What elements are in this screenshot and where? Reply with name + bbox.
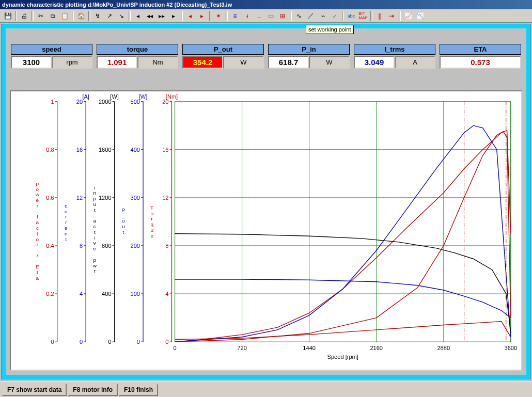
svg-text:/: /: [37, 253, 38, 259]
separator: [88, 11, 90, 21]
readout-value: 354.2: [182, 56, 223, 69]
window-title: dynamic characteristic plotting d:\MokPo…: [2, 2, 232, 8]
svg-text:f: f: [37, 214, 38, 220]
readout-header: torque: [97, 44, 178, 55]
svg-text:16: 16: [76, 147, 83, 153]
step-fwd-icon[interactable]: ▸: [196, 10, 208, 22]
copy-icon[interactable]: ⧉: [47, 10, 58, 22]
tool-a-icon[interactable]: ↯: [92, 10, 103, 22]
grid-icon[interactable]: ⊞: [277, 10, 288, 22]
svg-text:t: t: [37, 231, 38, 236]
status-bar: F7 show start data F8 motor info F10 fin…: [0, 382, 532, 397]
svg-text:20: 20: [76, 99, 83, 105]
curve4-icon[interactable]: ⟋: [329, 10, 340, 22]
readout-value: 0.573: [440, 56, 521, 69]
svg-text:[W]: [W]: [139, 93, 148, 100]
svg-text:400: 400: [131, 147, 140, 153]
step-back-icon[interactable]: ◂: [184, 10, 196, 22]
readout-unit: W: [223, 56, 264, 69]
cut-icon[interactable]: ✂: [35, 10, 46, 22]
frame-icon[interactable]: ▭: [265, 10, 276, 22]
svg-text:n: n: [65, 231, 68, 236]
curve1-icon[interactable]: ∿: [293, 10, 305, 22]
svg-text:20: 20: [162, 99, 168, 105]
separator: [72, 11, 74, 21]
svg-text:4: 4: [165, 291, 168, 297]
svg-text:t: t: [122, 229, 124, 235]
f8-button[interactable]: F8 motor info: [68, 384, 118, 396]
svg-text:0: 0: [137, 339, 140, 345]
next-icon[interactable]: ▸▸: [156, 10, 167, 22]
tool-c-icon[interactable]: ↘: [116, 10, 127, 22]
marker2-icon[interactable]: ⇥: [386, 10, 397, 22]
svg-text:c: c: [93, 224, 96, 229]
svg-text:E: E: [36, 264, 39, 270]
separator: [342, 11, 344, 21]
svg-text:t: t: [65, 236, 67, 242]
print-icon[interactable]: 🖨: [19, 10, 30, 22]
separator: [32, 11, 34, 21]
axis-x-icon[interactable]: ⟂: [253, 10, 264, 22]
axis-y-icon[interactable]: ⫞: [241, 10, 253, 22]
svg-text:12: 12: [162, 195, 168, 201]
svg-text:0: 0: [173, 345, 176, 351]
f10-button[interactable]: F10 finish: [119, 384, 158, 396]
svg-text:t: t: [94, 207, 96, 213]
separator: [290, 11, 292, 21]
separator: [15, 11, 17, 21]
readout-unit: rpm: [52, 56, 92, 69]
svg-text:_: _: [121, 213, 125, 218]
readout-itrms: I_trms3.049A: [354, 44, 435, 69]
tool-b-icon[interactable]: ↗: [104, 10, 115, 22]
readout-header: P_out: [182, 44, 264, 55]
marker1-icon[interactable]: ‖: [374, 10, 385, 22]
svg-text:i: i: [94, 185, 95, 190]
content-area: speed3100rpmtorque1.091NmP_out354.2WP_in…: [6, 28, 526, 375]
svg-text:p: p: [93, 257, 97, 263]
svg-text:w: w: [35, 192, 40, 197]
svg-text:u: u: [150, 227, 153, 233]
cursor-tool-icon[interactable]: ✶: [213, 10, 224, 22]
f7-button[interactable]: F7 show start data: [2, 384, 67, 396]
svg-text:e: e: [150, 233, 153, 239]
plot2-icon[interactable]: 📉: [414, 10, 426, 22]
svg-text:i: i: [94, 235, 95, 241]
readout-header: I_trms: [354, 44, 435, 55]
svg-text:8: 8: [80, 243, 83, 249]
svg-text:o: o: [122, 218, 125, 224]
svg-text:e: e: [65, 225, 68, 231]
svg-text:[A]: [A]: [82, 93, 89, 100]
chart: 07201440216028803600Speed [rpm]00.20.40.…: [11, 91, 521, 370]
svg-text:8: 8: [165, 243, 168, 249]
svg-text:[W]: [W]: [110, 93, 119, 100]
svg-text:720: 720: [237, 345, 246, 351]
svg-text:u: u: [93, 201, 97, 207]
svg-text:r: r: [37, 203, 39, 209]
home-icon[interactable]: 🏠: [75, 10, 87, 22]
first-icon[interactable]: ◂: [132, 10, 144, 22]
svg-text:r: r: [65, 219, 67, 225]
svg-text:1: 1: [51, 99, 54, 105]
align-left-icon[interactable]: ≡: [229, 10, 241, 22]
curve3-icon[interactable]: ⌁: [317, 10, 328, 22]
svg-text:0.6: 0.6: [46, 195, 54, 201]
svg-text:0: 0: [108, 339, 111, 345]
separator: [399, 11, 401, 21]
save-icon[interactable]: 💾: [2, 10, 13, 22]
separator: [209, 11, 211, 21]
svg-text:200: 200: [131, 243, 140, 249]
text-tool-icon[interactable]: abc: [346, 10, 357, 22]
plot1-icon[interactable]: 📈: [402, 10, 414, 22]
svg-text:2880: 2880: [437, 345, 450, 351]
readout-panel: speed3100rpmtorque1.091NmP_out354.2WP_in…: [6, 28, 526, 77]
readout-unit: W: [309, 56, 350, 69]
last-icon[interactable]: ▸: [168, 10, 179, 22]
paste-icon[interactable]: 📋: [59, 10, 70, 22]
svg-text:c: c: [36, 225, 39, 231]
prev-icon[interactable]: ◂◂: [144, 10, 155, 22]
bitmap-icon[interactable]: BITMAP: [357, 10, 369, 22]
svg-text:300: 300: [131, 195, 140, 201]
tooltip: set working point: [306, 25, 354, 34]
curve2-icon[interactable]: ／: [305, 10, 317, 22]
readout-header: P_in: [268, 44, 350, 55]
